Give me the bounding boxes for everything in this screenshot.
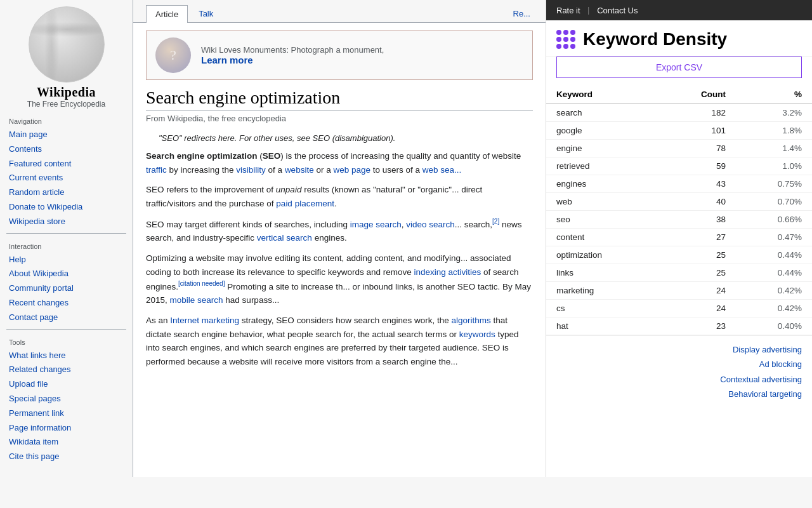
keyword-cell: engine <box>546 140 659 157</box>
keyword-cell: links <box>546 264 659 282</box>
count-cell: 40 <box>659 193 736 211</box>
sidebar-item-main-page[interactable]: Main page <box>6 128 126 142</box>
article-para-4: Optimizing a website may involve editing… <box>146 251 533 307</box>
sidebar-item-page-information[interactable]: Page information <box>6 421 126 436</box>
contact-us-link[interactable]: Contact Us <box>597 6 638 15</box>
sidebar-item-help[interactable]: Help <box>6 253 126 267</box>
count-cell: 24 <box>659 282 736 300</box>
bottom-link[interactable]: Behavioral targeting <box>556 387 802 401</box>
percent-cell: 1.4% <box>736 140 812 157</box>
bottom-link[interactable]: Ad blocking <box>556 357 802 371</box>
table-row: google1011.8% <box>546 122 812 140</box>
table-row: optimization250.44% <box>546 246 812 264</box>
percent-cell: 0.42% <box>736 300 812 318</box>
bottom-link[interactable]: Contextual advertising <box>556 372 802 387</box>
keyword-cell: hat <box>546 318 659 335</box>
article-subtitle: From Wikipedia, the free encyclopedia <box>146 114 533 123</box>
link-algorithms[interactable]: algorithms <box>452 316 491 325</box>
link-internet-marketing[interactable]: Internet marketing <box>170 316 239 325</box>
tools-section-label: Tools <box>6 333 126 349</box>
table-row: seo380.66% <box>546 211 812 229</box>
link-video-search[interactable]: video search <box>406 220 455 229</box>
link-vertical-search[interactable]: vertical search <box>257 233 312 243</box>
count-cell: 38 <box>659 211 736 229</box>
sidebar-item-community-portal[interactable]: Community portal <box>6 281 126 296</box>
count-cell: 24 <box>659 300 736 318</box>
article-para-1: Search engine optimization (SEO) is the … <box>146 149 533 177</box>
bottom-link[interactable]: Display advertising <box>556 342 802 357</box>
nav-links: Main pageContentsFeatured contentCurrent… <box>6 128 126 229</box>
percent-cell: 0.75% <box>736 175 812 193</box>
table-row: marketing240.42% <box>546 282 812 300</box>
keyword-density-table: Keyword Count % search1823.2%google1011.… <box>546 86 812 335</box>
dots-icon <box>556 30 575 49</box>
site-subtitle: The Free Encyclopedia <box>27 100 105 109</box>
link-indexing[interactable]: indexing activities <box>414 267 481 277</box>
sidebar-item-related-changes[interactable]: Related changes <box>6 363 126 377</box>
rate-it-link[interactable]: Rate it <box>556 6 580 15</box>
link-image-search[interactable]: image search <box>350 220 402 229</box>
keyword-cell: retrieved <box>546 157 659 175</box>
banner-learn-more[interactable]: Learn more <box>201 55 253 65</box>
count-cell: 101 <box>659 122 736 140</box>
panel-header: Keyword Density <box>546 20 812 57</box>
keyword-cell: web <box>546 193 659 211</box>
count-cell: 182 <box>659 104 736 122</box>
sidebar-item-recent-changes[interactable]: Recent changes <box>6 296 126 311</box>
sidebar-item-upload-file[interactable]: Upload file <box>6 377 126 392</box>
link-website[interactable]: website <box>285 165 314 175</box>
keyword-cell: marketing <box>546 282 659 300</box>
table-row: content270.47% <box>546 229 812 246</box>
sidebar-item-donate[interactable]: Donate to Wikipedia <box>6 200 126 215</box>
sidebar-item-contact-page[interactable]: Contact page <box>6 311 126 325</box>
keyword-cell: seo <box>546 211 659 229</box>
banner-text-area: Wiki Loves Monuments: Photograph a monum… <box>201 45 384 65</box>
main-content: Article Talk Re... Wiki Loves Monuments:… <box>133 0 546 477</box>
col-header-percent: % <box>736 86 812 104</box>
sidebar-item-current-events[interactable]: Current events <box>6 171 126 185</box>
sidebar-item-store[interactable]: Wikipedia store <box>6 215 126 229</box>
right-panel: Rate it | Contact Us Keyword Density Exp… <box>546 0 812 477</box>
keyword-cell: optimization <box>546 246 659 264</box>
sidebar-item-special-pages[interactable]: Special pages <box>6 392 126 406</box>
link-traffic[interactable]: traffic <box>146 165 167 175</box>
link-keywords[interactable]: keywords <box>459 330 495 339</box>
export-csv-button[interactable]: Export CSV <box>556 57 802 78</box>
percent-cell: 3.2% <box>736 104 812 122</box>
count-cell: 27 <box>659 229 736 246</box>
sidebar-item-cite-this-page[interactable]: Cite this page <box>6 450 126 464</box>
link-paid-placement[interactable]: paid placement <box>276 199 334 208</box>
sidebar-item-featured-content[interactable]: Featured content <box>6 157 126 171</box>
site-title: Wikipedia <box>37 85 96 100</box>
sidebar-nav: Navigation Main pageContentsFeatured con… <box>0 112 133 464</box>
percent-cell: 0.44% <box>736 264 812 282</box>
tab-article[interactable]: Article <box>146 5 188 23</box>
tab-talk[interactable]: Talk <box>189 4 223 22</box>
keyword-cell: engines <box>546 175 659 193</box>
article-para-2: SEO refers to the improvement of unpaid … <box>146 183 533 210</box>
col-header-count: Count <box>659 86 736 104</box>
article-hatnote: "SEO" redirects here. For other uses, se… <box>146 131 533 149</box>
bottom-links-area: Display advertisingAd blockingContextual… <box>546 335 812 408</box>
tab-read[interactable]: Re... <box>511 5 533 22</box>
banner-globe-icon <box>155 37 191 73</box>
interaction-section-label: Interaction <box>6 237 126 253</box>
panel-title: Keyword Density <box>583 29 727 50</box>
percent-cell: 1.0% <box>736 157 812 175</box>
sidebar-item-about[interactable]: About Wikipedia <box>6 267 126 281</box>
link-web-search[interactable]: web sea... <box>422 165 462 175</box>
keyword-cell: search <box>546 104 659 122</box>
sidebar-item-random-article[interactable]: Random article <box>6 185 126 200</box>
table-row: cs240.42% <box>546 300 812 318</box>
percent-cell: 0.44% <box>736 246 812 264</box>
kd-table-body: search1823.2%google1011.8%engine781.4%re… <box>546 104 812 335</box>
sidebar-item-what-links-here[interactable]: What links here <box>6 349 126 363</box>
sidebar-item-permanent-link[interactable]: Permanent link <box>6 406 126 421</box>
link-visibility[interactable]: visibility <box>236 165 266 175</box>
link-web-page[interactable]: web page <box>333 165 370 175</box>
sidebar-item-contents[interactable]: Contents <box>6 142 126 157</box>
table-row: engine781.4% <box>546 140 812 157</box>
sidebar-item-wikidata-item[interactable]: Wikidata item <box>6 435 126 450</box>
link-mobile-search[interactable]: mobile search <box>170 295 223 305</box>
article-body: Search engine optimization From Wikipedi… <box>133 88 546 387</box>
